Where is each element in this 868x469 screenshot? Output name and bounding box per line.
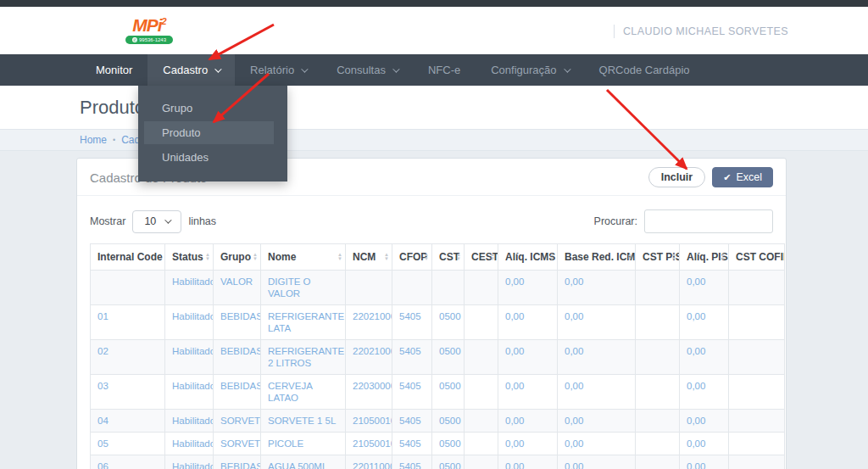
cell-value[interactable]: 0,00	[505, 416, 524, 426]
cell-value[interactable]: 5405	[399, 461, 421, 469]
cell-status[interactable]: Habilitado	[165, 455, 214, 469]
app-logo[interactable]: MPi2 ✆ 99536-1243	[120, 13, 178, 44]
dropdown-item-produto[interactable]: Produto	[144, 121, 274, 144]
cell-value[interactable]: BEBIDAS	[220, 461, 261, 469]
cell-al-q-pis[interactable]: 0,00	[680, 305, 729, 340]
cell-value[interactable]: SORVETE	[220, 438, 261, 449]
cell-internal-code[interactable]: 05	[91, 433, 165, 455]
cell-value[interactable]: 0,00	[687, 416, 705, 426]
cell-value[interactable]: BEBIDAS	[220, 381, 261, 391]
cell-value[interactable]: 0500	[439, 438, 461, 449]
cell-al-q-icms[interactable]: 0,00	[498, 410, 558, 433]
cell-value[interactable]: CERVEJA LATAO	[268, 381, 312, 403]
cell-value[interactable]: REFRIGERANTE 2 LITROS	[268, 346, 344, 368]
cell-nome[interactable]: CERVEJA LATAO	[261, 375, 346, 410]
cell-al-q-icms[interactable]: 0,00	[498, 340, 558, 375]
cell-al-q-icms[interactable]: 0,00	[498, 433, 558, 455]
cell-value[interactable]: 22021000	[353, 311, 392, 321]
cell-value[interactable]: Habilitado	[172, 416, 214, 426]
cell-al-q-pis[interactable]: 0,00	[680, 410, 729, 433]
cell-value[interactable]: 0,00	[505, 461, 524, 469]
cell-status[interactable]: Habilitado	[165, 410, 214, 433]
cell-value[interactable]: 5405	[399, 416, 421, 426]
cell-value[interactable]: 0,00	[687, 276, 705, 287]
cell-internal-code[interactable]: 02	[91, 340, 165, 375]
cell-value[interactable]: 21050010	[353, 438, 392, 449]
cell-value[interactable]: 0,00	[687, 346, 705, 356]
column-header-al-q-pis[interactable]: Alíq. PIS▲▼	[680, 244, 729, 271]
cell-value[interactable]: 0,00	[565, 311, 583, 321]
cell-value[interactable]: 5405	[399, 346, 421, 356]
cell-grupo[interactable]: BEBIDAS	[214, 340, 261, 375]
cell-al-q-icms[interactable]: 0,00	[498, 271, 558, 305]
cell-al-q-pis[interactable]: 0,00	[680, 433, 729, 455]
cell-internal-code[interactable]: 06	[91, 455, 165, 469]
nav-item-configura-o[interactable]: Configuração	[476, 54, 583, 86]
excel-button[interactable]: ✔ Excel	[712, 167, 773, 187]
cell-value[interactable]: 22021000	[353, 346, 392, 356]
cell-value[interactable]: 0,00	[505, 346, 524, 356]
cell-value[interactable]: 21050010	[353, 416, 392, 426]
cell-value[interactable]: 03	[97, 381, 108, 391]
cell-base-red-icms[interactable]: 0,00	[558, 410, 636, 433]
cell-value[interactable]: 0,00	[565, 438, 583, 449]
cell-cfop[interactable]: 5405	[392, 340, 432, 375]
cell-ncm[interactable]: 21050010	[346, 410, 392, 433]
cell-grupo[interactable]: VALOR	[214, 271, 261, 305]
cell-value[interactable]: Habilitado	[172, 461, 214, 469]
cell-value[interactable]: REFRIGERANTE LATA	[268, 311, 344, 333]
column-header-cst[interactable]: CST▲▼	[432, 244, 465, 271]
cell-value[interactable]: 0500	[439, 346, 461, 356]
cell-al-q-pis[interactable]: 0,00	[680, 271, 729, 305]
cell-value[interactable]: BEBIDAS	[220, 346, 261, 356]
cell-internal-code[interactable]: 03	[91, 375, 165, 410]
cell-value[interactable]: Habilitado	[172, 346, 214, 356]
cell-nome[interactable]: AGUA 500ML	[261, 455, 346, 469]
cell-value[interactable]: 0,00	[565, 276, 583, 287]
cell-cst[interactable]: 0500	[432, 375, 465, 410]
cell-ncm[interactable]: 22030000	[346, 375, 392, 410]
cell-al-q-icms[interactable]: 0,00	[498, 455, 558, 469]
nav-item-nfc-e[interactable]: NFC-e	[413, 54, 476, 86]
cell-cfop[interactable]: 5405	[392, 305, 432, 340]
cell-value[interactable]: 01	[97, 311, 108, 321]
cell-value[interactable]: SORVETE 1 5L	[268, 416, 336, 426]
nav-item-monitor[interactable]: Monitor	[81, 54, 147, 86]
cell-value[interactable]: 0,00	[687, 461, 705, 469]
cell-internal-code[interactable]: 04	[91, 410, 165, 433]
cell-cst[interactable]: 0500	[432, 340, 465, 375]
cell-value[interactable]: BEBIDAS	[220, 311, 261, 321]
cell-value[interactable]: 0,00	[565, 381, 583, 391]
cell-al-q-pis[interactable]: 0,00	[680, 340, 729, 375]
cell-value[interactable]: Habilitado	[172, 311, 214, 321]
cell-base-red-icms[interactable]: 0,00	[558, 433, 636, 455]
cell-value[interactable]: DIGITE O VALOR	[268, 276, 310, 299]
cell-value[interactable]: 0500	[439, 461, 461, 469]
cell-value[interactable]: 5405	[399, 438, 421, 449]
breadcrumb-link-home[interactable]: Home	[80, 134, 107, 146]
cell-base-red-icms[interactable]: 0,00	[558, 455, 636, 469]
cell-base-red-icms[interactable]: 0,00	[558, 340, 636, 375]
column-header-base-red-icms[interactable]: Base Red. ICMS▲▼	[558, 244, 636, 271]
cell-value[interactable]: 5405	[399, 381, 421, 391]
cell-value[interactable]: 0500	[439, 416, 461, 426]
cell-grupo[interactable]: BEBIDAS	[214, 375, 261, 410]
cell-status[interactable]: Habilitado	[165, 305, 214, 340]
cell-value[interactable]: Habilitado	[172, 438, 214, 449]
cell-value[interactable]: SORVETE	[220, 416, 261, 426]
cell-value[interactable]: 0,00	[505, 276, 524, 287]
cell-nome[interactable]: SORVETE 1 5L	[261, 410, 346, 433]
column-header-cst-cofins[interactable]: CST COFINS	[729, 244, 785, 271]
cell-base-red-icms[interactable]: 0,00	[558, 271, 636, 305]
cell-cst[interactable]: 0500	[432, 433, 465, 455]
column-header-internal-code[interactable]: Internal Code▲	[91, 244, 165, 271]
cell-value[interactable]: 05	[97, 438, 108, 449]
user-menu[interactable]: CLAUDIO MICHAEL SORVETES	[614, 25, 788, 38]
cell-grupo[interactable]: SORVETE	[214, 433, 261, 455]
cell-cfop[interactable]: 5405	[392, 455, 432, 469]
cell-value[interactable]: 0,00	[505, 311, 524, 321]
cell-nome[interactable]: REFRIGERANTE 2 LITROS	[261, 340, 346, 375]
cell-value[interactable]: 0,00	[687, 381, 705, 391]
cell-ncm[interactable]: 22021000	[346, 340, 392, 375]
nav-item-cadastro[interactable]: Cadastro	[147, 54, 235, 86]
